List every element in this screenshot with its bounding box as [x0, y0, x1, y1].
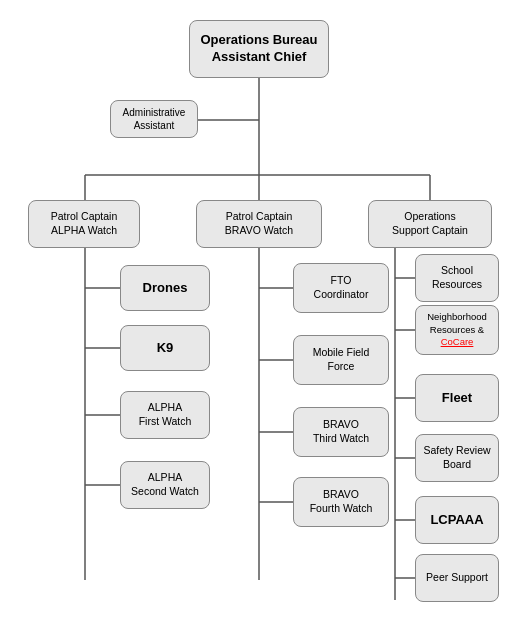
ops-support-node: Operations Support Captain [368, 200, 492, 248]
bravo-third-node: BRAVO Third Watch [293, 407, 389, 457]
bravo-fourth-node: BRAVO Fourth Watch [293, 477, 389, 527]
bravo-fourth-label: BRAVO Fourth Watch [310, 488, 373, 515]
k9-node: K9 [120, 325, 210, 371]
peer-support-label: Peer Support [426, 571, 488, 585]
fleet-node: Fleet [415, 374, 499, 422]
admin-assistant-label: Administrative Assistant [123, 106, 186, 132]
admin-assistant-node: Administrative Assistant [110, 100, 198, 138]
alpha-second-node: ALPHA Second Watch [120, 461, 210, 509]
lcpaaa-label: LCPAAA [430, 512, 483, 529]
fto-label: FTO Coordinator [314, 274, 369, 301]
drones-node: Drones [120, 265, 210, 311]
alpha-first-label: ALPHA First Watch [139, 401, 192, 428]
k9-label: K9 [157, 340, 174, 357]
peer-support-node: Peer Support [415, 554, 499, 602]
fleet-label: Fleet [442, 390, 472, 407]
ops-support-label: Operations Support Captain [392, 210, 468, 237]
root-node: Operations Bureau Assistant Chief [189, 20, 329, 78]
lcpaaa-node: LCPAAA [415, 496, 499, 544]
patrol-bravo-node: Patrol Captain BRAVO Watch [196, 200, 322, 248]
mobile-field-label: Mobile Field Force [313, 346, 370, 373]
patrol-alpha-label: Patrol Captain ALPHA Watch [51, 210, 118, 237]
patrol-bravo-label: Patrol Captain BRAVO Watch [225, 210, 293, 237]
bravo-third-label: BRAVO Third Watch [313, 418, 369, 445]
safety-review-label: Safety Review Board [423, 444, 490, 471]
patrol-alpha-node: Patrol Captain ALPHA Watch [28, 200, 140, 248]
alpha-first-node: ALPHA First Watch [120, 391, 210, 439]
school-label: School Resources [432, 264, 482, 291]
school-node: School Resources [415, 254, 499, 302]
alpha-second-label: ALPHA Second Watch [131, 471, 199, 498]
neighborhood-label: NeighborhoodResources &CoCare [427, 311, 487, 348]
mobile-field-node: Mobile Field Force [293, 335, 389, 385]
org-chart: Operations Bureau Assistant Chief Admini… [10, 10, 508, 634]
drones-label: Drones [143, 280, 188, 297]
fto-node: FTO Coordinator [293, 263, 389, 313]
root-label: Operations Bureau Assistant Chief [200, 32, 317, 66]
neighborhood-node: NeighborhoodResources &CoCare [415, 305, 499, 355]
safety-review-node: Safety Review Board [415, 434, 499, 482]
